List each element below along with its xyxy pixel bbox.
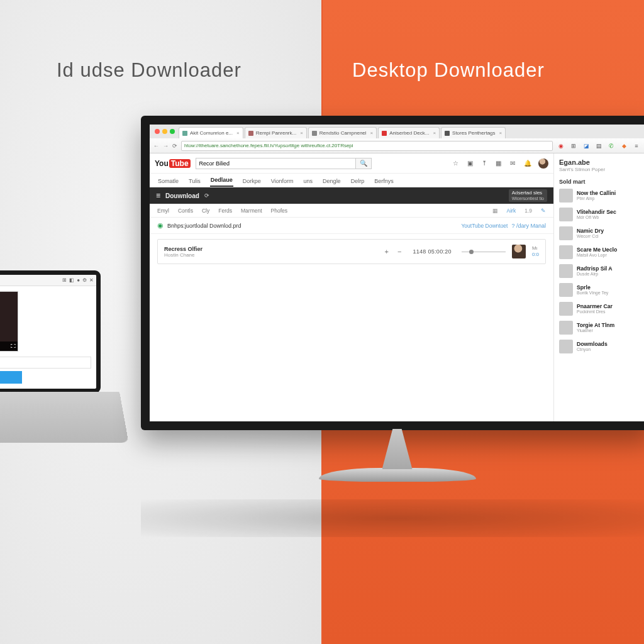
filter-tab[interactable]: Phofes xyxy=(271,208,287,214)
hamburger-icon[interactable]: ≡ xyxy=(156,191,160,200)
desktop-monitor: Akit Comunrion e...× Rempi Panrenrk...× … xyxy=(141,116,644,518)
card-title: Recress Olfier xyxy=(164,246,203,252)
logo-text: You xyxy=(155,159,169,168)
info-chip[interactable]: Adsertad sles Wicersontiest tio xyxy=(509,189,547,202)
bell-icon[interactable]: 🔔 xyxy=(522,160,533,167)
site-logo[interactable]: You Tube xyxy=(155,159,191,168)
close-icon[interactable]: × xyxy=(300,130,303,136)
video-controls: ▶ ⏸ 🔊 ⛶ xyxy=(0,341,18,351)
plus-button[interactable]: + xyxy=(384,248,390,255)
tool-icon[interactable]: ● xyxy=(77,277,80,283)
nav-tab[interactable]: Dengle xyxy=(322,178,341,187)
nav-tab[interactable]: Berfnys xyxy=(374,178,394,187)
browser-tab[interactable]: Stores Penthertags× xyxy=(441,127,506,138)
expand-icon[interactable]: ⛶ xyxy=(11,343,16,349)
list-item[interactable]: Radtrisp Sil ADusde Alrp xyxy=(559,264,640,278)
section-title: Douwnload xyxy=(165,192,199,199)
list-item[interactable]: DowmloadsCtnyon xyxy=(559,340,640,353)
tab-label: Stores Penthertags xyxy=(452,130,495,136)
ext-icon[interactable]: ✆ xyxy=(607,142,616,150)
grid-icon[interactable]: ▦ xyxy=(492,208,498,214)
heading-right: Desktop Downloader xyxy=(352,59,545,82)
tool-icon[interactable]: ◧ xyxy=(69,277,74,283)
url-text: htow://ithetuare.sanchethone.fepes.flil.… xyxy=(184,143,353,148)
ext-icon[interactable]: ▤ xyxy=(594,142,603,150)
filter-tab[interactable]: Contls xyxy=(178,208,193,214)
tool-icon[interactable]: ⊞ xyxy=(62,277,67,283)
ext-icon[interactable]: ⊞ xyxy=(569,142,578,150)
item-sub: Yiuather xyxy=(577,328,614,333)
upload-icon[interactable]: ⤒ xyxy=(480,160,489,167)
favicon-icon xyxy=(445,131,450,136)
file-name: Bnhps:juortlodal Downlod.prd xyxy=(167,223,242,229)
chip-title: Adsertad sles xyxy=(512,190,542,196)
file-meta[interactable]: ? /dary Manal xyxy=(511,223,546,229)
minus-button[interactable]: − xyxy=(396,248,402,255)
star-icon[interactable]: ☆ xyxy=(451,160,460,167)
list-item[interactable]: Scare Me UecloMatsil Avo Lopr xyxy=(559,245,640,259)
heading-left: Id udse Downloader xyxy=(57,59,242,82)
favicon-icon xyxy=(312,131,317,136)
menu-icon[interactable]: ≡ xyxy=(632,142,641,150)
progress-slider[interactable] xyxy=(462,252,506,252)
download-card: Recress Olfier Hostin Chane + − 1148 05:… xyxy=(157,239,546,264)
tab-label: Aniserbed Deck... xyxy=(389,130,429,136)
list-item[interactable]: SprleBontk Vinge Tey xyxy=(559,283,640,297)
list-item[interactable]: Torgie At TlnmYiuather xyxy=(559,321,640,335)
url-field[interactable]: htow://ithetuare.sanchethone.fepes.flil.… xyxy=(181,141,553,151)
filter-tab[interactable]: Ferds xyxy=(218,208,232,214)
mail-icon[interactable]: ✉ xyxy=(508,160,517,167)
close-icon[interactable]: × xyxy=(236,130,240,136)
tool-icon[interactable]: ✕ xyxy=(89,277,94,283)
file-link[interactable]: YoutTube Downtoet xyxy=(461,223,508,229)
user-avatar[interactable] xyxy=(538,158,548,169)
favicon-icon xyxy=(248,131,253,136)
browser-tab[interactable]: Rempi Panrenrk...× xyxy=(245,127,307,138)
search-button[interactable]: 🔍 xyxy=(355,158,372,169)
nav-tab[interactable]: Dorkpe xyxy=(242,178,262,187)
list-item[interactable]: Vlitehandir SecMdr Ofl Wb xyxy=(559,208,640,221)
nav-tab[interactable]: uns xyxy=(303,178,314,187)
edit-icon[interactable]: ✎ xyxy=(541,208,546,214)
back-icon[interactable]: ← xyxy=(153,143,159,149)
grid-icon[interactable]: ▣ xyxy=(465,160,475,167)
card-meta: Μι xyxy=(532,245,539,252)
reload-icon[interactable]: ⟳ xyxy=(172,143,177,149)
logo-text: Tube xyxy=(169,159,191,168)
card-number: 1148 05:00:20 xyxy=(413,248,451,255)
item-sub: Mdr Ofl Wb xyxy=(577,215,616,219)
tool-icon[interactable]: ⚙ xyxy=(82,277,87,283)
nav-tab[interactable]: Somatle xyxy=(157,178,179,187)
video-caption: ng leadhoir xyxy=(0,357,91,369)
card-sub: Hostin Chane xyxy=(164,252,203,258)
nav-tab[interactable]: Dedlaue xyxy=(210,177,233,187)
video-thumbnail[interactable]: ▶ ⏸ 🔊 ⛶ xyxy=(0,291,18,352)
close-icon[interactable]: × xyxy=(499,130,502,136)
favicon-icon xyxy=(182,131,187,136)
action-bar[interactable] xyxy=(0,371,22,384)
filter-tab[interactable]: Cly xyxy=(202,208,209,214)
browser-tab[interactable]: Aniserbed Deck...× xyxy=(378,127,440,138)
thumb-icon xyxy=(559,245,573,259)
filter-tab[interactable]: Marment xyxy=(241,208,262,214)
ext-icon[interactable]: ◪ xyxy=(582,142,591,150)
list-item[interactable]: Pnaarmer CarPockinmt Dres xyxy=(559,302,640,316)
ext-icon[interactable]: ◉ xyxy=(557,142,565,150)
close-icon[interactable]: × xyxy=(433,130,436,136)
ext-icon[interactable]: ◆ xyxy=(619,142,628,150)
filter-tab[interactable]: Emyl xyxy=(157,208,169,214)
nav-tab[interactable]: Vionform xyxy=(270,178,294,187)
browser-tab[interactable]: Akit Comunrion e...× xyxy=(179,127,243,138)
nav-tab[interactable]: Delrp xyxy=(350,178,365,187)
list-item[interactable]: Namic DryWecorr Ccl xyxy=(559,226,640,240)
reload-icon[interactable]: ⟳ xyxy=(204,192,209,199)
search-input[interactable] xyxy=(196,158,355,169)
add-link[interactable]: Airk xyxy=(507,208,516,214)
close-icon[interactable]: × xyxy=(370,130,374,136)
list-item[interactable]: Now the CalliniPtnr Alnp xyxy=(559,189,640,203)
browser-tab[interactable]: Rendstio Campnenel× xyxy=(308,127,377,138)
forward-icon[interactable]: → xyxy=(163,143,169,149)
nav-tab[interactable]: Tulis xyxy=(188,178,201,187)
apps-icon[interactable]: ▦ xyxy=(494,160,503,167)
sidebar-title: Egan.abe xyxy=(559,158,640,166)
